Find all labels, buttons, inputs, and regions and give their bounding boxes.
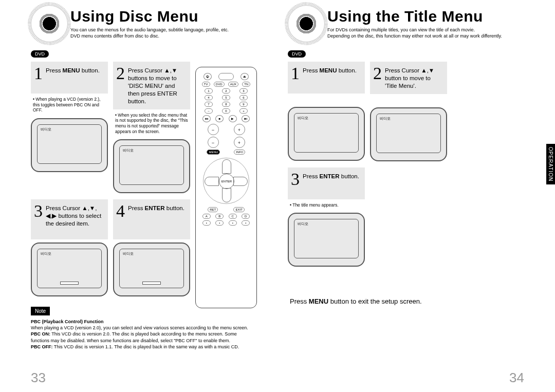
exit-message: Press MENU button to exit the setup scre… <box>290 297 524 305</box>
tv-screen-icon: 비디오 <box>370 107 447 161</box>
tv-screen-icon: 비디오 <box>113 139 190 193</box>
step-number: 3 <box>291 171 300 188</box>
menu-button-icon: MENU <box>207 150 220 155</box>
step-text: Press Cursor ▲,▼ buttons to move to 'DIS… <box>128 65 186 105</box>
step-2: 2 Press Cursor ▲,▼ buttons to move to 'D… <box>113 62 190 193</box>
enter-button-icon: ENTER <box>219 174 234 189</box>
eject-icon: ⏏ <box>240 73 249 80</box>
step-text: Press MENU button. <box>46 65 100 74</box>
tv-screen-icon: 비디오 <box>113 242 190 296</box>
step-4: 4 Press ENTER button. 비디오 <box>113 199 190 296</box>
tv-screen-icon: 비디오 <box>31 242 108 296</box>
step-number: 1 <box>34 65 43 82</box>
remote-control-diagram: ⏻⏏ TVDVDAUXTN 123 456 789 –0+ ⏮■▶⏭ −+ −+… <box>195 67 257 308</box>
header: Using Disc Menu You can use the menus fo… <box>31 0 267 42</box>
note-badge: Note <box>31 307 50 315</box>
page-number: 34 <box>509 370 524 386</box>
step-note: When you select the disc menu that is no… <box>113 109 190 137</box>
note-body: PBC (Playback Control) Function When pla… <box>31 319 252 350</box>
section-tab: OPERATION <box>546 144 555 184</box>
tv-screen-icon: 비디오 <box>288 107 365 161</box>
dvd-badge: DVD <box>31 50 49 58</box>
step-3: 3 Press ENTER button. The title menu app… <box>288 167 365 267</box>
power-icon: ⏻ <box>203 73 212 80</box>
step-number: 1 <box>291 65 300 82</box>
step-number: 2 <box>116 65 125 82</box>
step-3: 3 Press Cursor ▲,▼, ◀,▶ buttons to selec… <box>31 199 108 296</box>
step-2: 2 Press Cursor ▲,▼ button to move to 'Ti… <box>370 62 447 161</box>
step-text: Press ENTER button. <box>128 202 184 212</box>
page-number: 33 <box>31 370 46 386</box>
step-1: 1 Press MENU button. 비디오 <box>288 62 365 161</box>
dpad-icon: ENTER <box>203 158 249 204</box>
tv-screen-icon: 비디오 <box>288 213 365 267</box>
step-number: 3 <box>34 202 43 220</box>
speaker-logo-icon <box>288 5 325 42</box>
step-text: Press Cursor ▲,▼, ◀,▶ buttons to select … <box>46 202 104 228</box>
page-left: Using Disc Menu You can use the menus fo… <box>0 0 278 392</box>
speaker-logo-icon <box>31 5 68 42</box>
next-icon: ⏭ <box>242 115 250 122</box>
play-icon: ▶ <box>229 115 237 122</box>
step-note: When playing a VCD (version 2.), this to… <box>31 94 108 115</box>
page-right: Using the Title Menu For DVDs containing… <box>278 0 555 392</box>
page-title: Using the Title Menu <box>327 8 502 25</box>
page-subtitle: You can use the menus for the audio lang… <box>70 27 229 39</box>
page-subtitle: For DVDs containing multiple titles, you… <box>327 27 502 39</box>
step-text: Press Cursor ▲,▼ button to move to 'Titl… <box>385 65 443 90</box>
steps-grid: 1 Press MENU button. 비디오 2 Press Cursor … <box>288 62 524 267</box>
step-note: The title menu appears. <box>288 199 365 210</box>
step-text: Press ENTER button. <box>303 171 359 180</box>
step-number: 4 <box>116 202 125 220</box>
header: Using the Title Menu For DVDs containing… <box>288 0 524 42</box>
step-number: 2 <box>373 65 382 82</box>
stop-icon: ■ <box>215 115 224 122</box>
dvd-badge: DVD <box>288 50 306 58</box>
tv-screen-icon: 비디오 <box>31 118 108 172</box>
step-1: 1 Press MENU button. When playing a VCD … <box>31 62 108 193</box>
step-text: Press MENU button. <box>303 65 357 74</box>
page-title: Using Disc Menu <box>70 8 229 25</box>
prev-icon: ⏮ <box>202 115 211 122</box>
